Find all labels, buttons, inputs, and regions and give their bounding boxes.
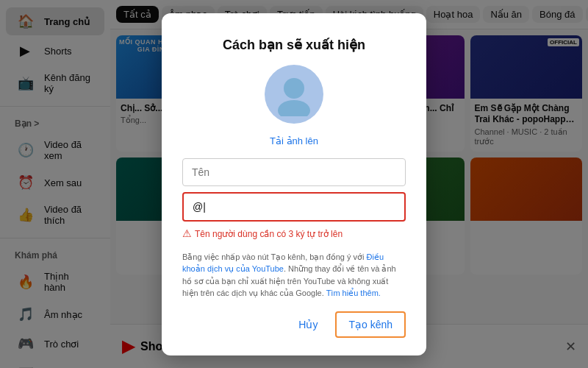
learn-more-link[interactable]: Tìm hiểu thêm. <box>326 289 381 297</box>
tos-link[interactable]: Điều khoản dịch vụ của YouTube <box>182 252 384 274</box>
modal-title: Cách bạn sẽ xuất hiện <box>223 37 365 53</box>
username-input[interactable] <box>182 192 406 222</box>
username-error-label: Tên người dùng cần có 3 ký tự trở lên <box>195 229 343 239</box>
avatar-svg <box>272 72 316 116</box>
modal-actions: Hủy Tạo kênh <box>182 311 406 338</box>
name-input[interactable] <box>182 158 406 186</box>
modal-input-group: ⚠ Tên người dùng cần có 3 ký tự trở lên <box>182 158 406 239</box>
modal-policy: Bằng việc nhấp vào nút Tạo kênh, bạn đồn… <box>182 251 406 300</box>
upload-photo-link[interactable]: Tải ảnh lên <box>270 135 318 146</box>
avatar <box>265 65 323 124</box>
create-channel-button[interactable]: Tạo kênh <box>335 311 406 338</box>
error-icon: ⚠ <box>182 227 192 239</box>
modal-overlay: Cách bạn sẽ xuất hiện Tải ảnh lên ⚠ Tên … <box>0 0 588 368</box>
modal: Cách bạn sẽ xuất hiện Tải ảnh lên ⚠ Tên … <box>162 13 426 355</box>
svg-point-1 <box>278 100 310 116</box>
svg-point-0 <box>284 78 304 99</box>
cancel-button[interactable]: Hủy <box>290 311 326 338</box>
